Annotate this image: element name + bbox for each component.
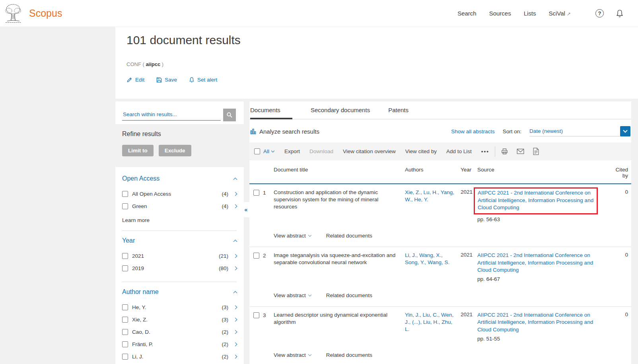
- nav-sources[interactable]: Sources: [489, 10, 511, 17]
- chevron-right-icon[interactable]: [233, 267, 237, 271]
- facet-item-count: (2): [222, 341, 229, 347]
- row-content: 3 Learned descriptor using dynamical exp…: [249, 307, 631, 342]
- facet-section-author-name: Author name He, Y. (3) Xie, Z. (3) Cao, …: [122, 282, 237, 364]
- column-authors: Authors: [405, 167, 461, 183]
- set-alert-link[interactable]: Set alert: [189, 77, 217, 83]
- show-all-abstracts-link[interactable]: Show all abstracts: [451, 128, 495, 134]
- help-icon[interactable]: ?: [595, 9, 604, 18]
- checkbox[interactable]: [122, 341, 128, 347]
- edit-query-link[interactable]: Edit: [126, 77, 144, 83]
- results-tabs: Documents Secondary documents Patents: [249, 101, 631, 119]
- select-all-checkbox[interactable]: [254, 148, 260, 154]
- query-suffix: ): [160, 61, 163, 67]
- related-documents-link[interactable]: Related documents: [326, 292, 372, 298]
- facet-item: Green (4): [122, 200, 237, 212]
- view-abstract-link[interactable]: View abstract: [274, 292, 311, 298]
- checkbox[interactable]: [122, 191, 128, 197]
- scopus-brand-link[interactable]: Scopus: [29, 8, 62, 19]
- chevron-down-icon: [308, 293, 311, 296]
- checkbox[interactable]: [122, 304, 128, 310]
- learn-more-link[interactable]: Learn more: [122, 217, 150, 223]
- exclude-button[interactable]: Exclude: [159, 145, 191, 156]
- cited-by-cell[interactable]: 0: [609, 311, 631, 342]
- document-title-link[interactable]: Learned descriptor using dynamical expon…: [274, 311, 405, 326]
- facet-item-count: (3): [222, 317, 229, 323]
- nav-search[interactable]: Search: [457, 10, 477, 17]
- row-checkbox[interactable]: [253, 190, 259, 196]
- chevron-right-icon[interactable]: [233, 318, 237, 322]
- results-header: 101 document results CONF ( aiipcc ) Edi…: [126, 33, 484, 83]
- facet-item-label: 2019: [132, 265, 144, 271]
- sort-dropdown-button[interactable]: [620, 126, 630, 136]
- facet-item: He, Y. (3): [122, 301, 237, 313]
- checkbox[interactable]: [122, 317, 128, 323]
- tab-patents[interactable]: Patents: [388, 107, 408, 119]
- row-checkbox[interactable]: [253, 312, 259, 318]
- chevron-right-icon[interactable]: [233, 355, 237, 359]
- elsevier-tree-logo[interactable]: [4, 3, 23, 24]
- view-citation-overview-button[interactable]: View citation overview: [343, 148, 396, 154]
- limit-to-button[interactable]: Limit to: [122, 145, 154, 156]
- facet-item-label: 2021: [132, 253, 144, 259]
- checkbox[interactable]: [122, 203, 128, 209]
- checkbox[interactable]: [122, 329, 128, 335]
- search-within-button[interactable]: [223, 109, 236, 121]
- page-range: pp. 56-63: [477, 216, 609, 222]
- source-link[interactable]: AIIPCC 2021 - 2nd International Conferen…: [478, 189, 594, 212]
- email-icon[interactable]: [517, 148, 524, 154]
- column-document-title: Document title: [274, 167, 405, 183]
- facet-section-header[interactable]: Open Access: [122, 175, 237, 182]
- export-button[interactable]: Export: [284, 148, 300, 154]
- chevron-up-icon: [233, 291, 237, 295]
- cited-by-cell[interactable]: 0: [609, 189, 631, 222]
- row-checkbox[interactable]: [253, 253, 259, 259]
- chevron-right-icon[interactable]: [233, 254, 237, 258]
- related-documents-link[interactable]: Related documents: [326, 352, 372, 358]
- save-query-link[interactable]: Save: [156, 77, 177, 83]
- chevron-down-icon: [308, 352, 311, 356]
- checkbox[interactable]: [122, 265, 128, 271]
- view-abstract-link[interactable]: View abstract: [274, 233, 311, 239]
- facet-section-header[interactable]: Author name: [122, 288, 237, 296]
- chevron-right-icon[interactable]: [233, 204, 237, 208]
- more-options-button[interactable]: •••: [481, 148, 489, 154]
- view-cited-by-button[interactable]: View cited by: [405, 148, 437, 154]
- notifications-bell-icon[interactable]: [616, 9, 624, 18]
- analyze-search-results-link[interactable]: Analyze search results: [250, 128, 319, 135]
- related-documents-link[interactable]: Related documents: [326, 233, 372, 239]
- nav-lists[interactable]: Lists: [524, 10, 536, 17]
- sort-select[interactable]: Date (newest): [529, 126, 630, 136]
- document-title-link[interactable]: Image steganalysis via squeeze-and-excit…: [274, 252, 405, 266]
- search-within-input[interactable]: [122, 109, 221, 121]
- facet-section-header[interactable]: Year: [122, 237, 237, 244]
- facet-item-count: (80): [219, 265, 228, 271]
- add-to-list-button[interactable]: Add to List: [446, 148, 472, 154]
- row-content: 2 Image steganalysis via squeeze-and-exc…: [249, 247, 631, 282]
- chevron-right-icon[interactable]: [233, 192, 237, 196]
- cited-by-cell[interactable]: 0: [609, 252, 631, 282]
- source-link[interactable]: AIIPCC 2021 - 2nd International Conferen…: [477, 252, 593, 274]
- chevron-up-icon: [233, 178, 237, 182]
- row-content: 1 Construction and application of the dy…: [249, 184, 631, 222]
- chevron-right-icon[interactable]: [233, 343, 237, 346]
- view-abstract-label: View abstract: [274, 233, 306, 239]
- checkbox[interactable]: [122, 253, 128, 259]
- nav-scival[interactable]: SciVal↗: [549, 10, 571, 17]
- authors-link[interactable]: Li, J., Wang, X., Song, Y., Wang, S.: [405, 252, 461, 266]
- tab-secondary-documents[interactable]: Secondary documents: [311, 107, 370, 119]
- select-all-label[interactable]: All: [263, 148, 274, 154]
- view-abstract-link[interactable]: View abstract: [274, 352, 311, 358]
- download-button[interactable]: Download: [309, 148, 333, 154]
- chevron-right-icon[interactable]: [233, 330, 237, 334]
- save-pdf-icon[interactable]: [533, 148, 539, 155]
- source-link[interactable]: AIIPCC 2021 - 2nd International Conferen…: [477, 311, 593, 334]
- tab-documents[interactable]: Documents: [250, 107, 292, 119]
- authors-link[interactable]: Yin, J., Liu, C., Wen, J., (...), Liu, H…: [405, 311, 461, 333]
- authors-link[interactable]: Xie, Z., Lu, H., Yang, W., He, Y.: [405, 189, 461, 203]
- checkbox[interactable]: [122, 354, 128, 360]
- chevron-right-icon[interactable]: [233, 306, 237, 309]
- refine-results-title: Refine results: [122, 130, 244, 138]
- print-icon[interactable]: [501, 148, 508, 155]
- query-actions: Edit Save Set alert: [126, 77, 484, 83]
- document-title-link[interactable]: Construction and application of the dyna…: [274, 189, 405, 211]
